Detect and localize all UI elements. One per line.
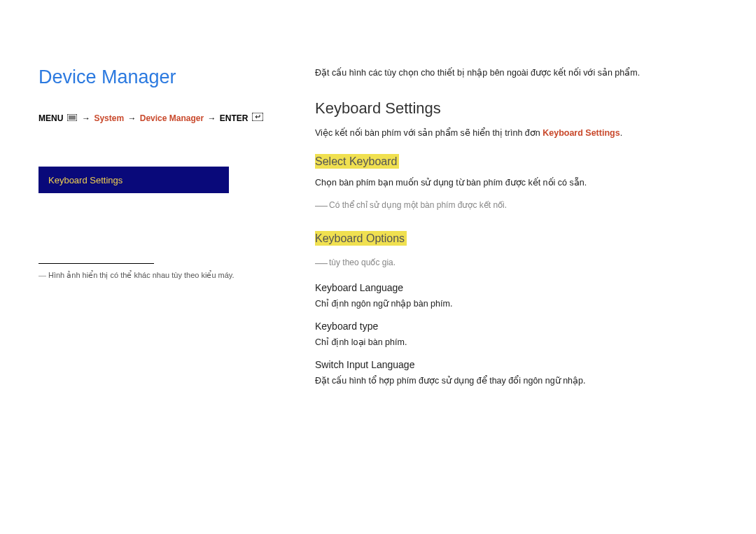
section-desc: Việc kết nối bàn phím với sản phẩm sẽ hi… bbox=[315, 126, 718, 140]
intro-text: Đặt cấu hình các tùy chọn cho thiết bị n… bbox=[315, 66, 718, 80]
heading-select-keyboard: Select Keyboard bbox=[315, 154, 399, 169]
footnote: ―Hình ảnh hiển thị có thể khác nhau tùy … bbox=[38, 269, 276, 281]
sub-keyboard-type: Keyboard type bbox=[315, 321, 718, 332]
arrow-icon: → bbox=[208, 113, 216, 123]
enter-icon bbox=[252, 113, 263, 125]
breadcrumb: MENU → System → Device Manager → ENTER bbox=[38, 113, 276, 125]
switch-input-language-desc: Đặt cấu hình tổ hợp phím được sử dụng để… bbox=[315, 374, 718, 388]
menu-icon bbox=[67, 113, 77, 125]
breadcrumb-enter: ENTER bbox=[220, 113, 248, 123]
sub-switch-input-language: Switch Input Language bbox=[315, 359, 718, 370]
keyboard-type-desc: Chỉ định loại bàn phím. bbox=[315, 336, 718, 349]
keyboard-language-desc: Chỉ định ngôn ngữ nhập bàn phím. bbox=[315, 297, 718, 311]
menu-box-keyboard-settings: Keyboard Settings bbox=[38, 167, 229, 193]
keyboard-options-note: ―tùy theo quốc gia. bbox=[315, 253, 718, 273]
arrow-icon: → bbox=[82, 113, 90, 123]
menu-box-label: Keyboard Settings bbox=[48, 175, 122, 185]
divider bbox=[38, 263, 154, 264]
select-keyboard-note: ―Có thể chỉ sử dụng một bàn phím được kế… bbox=[315, 195, 718, 216]
breadcrumb-device-manager: Device Manager bbox=[140, 113, 204, 123]
section-title-keyboard-settings: Keyboard Settings bbox=[315, 99, 718, 118]
breadcrumb-system: System bbox=[94, 113, 124, 123]
heading-keyboard-options: Keyboard Options bbox=[315, 231, 407, 246]
breadcrumb-menu: MENU bbox=[38, 113, 63, 123]
page-title: Device Manager bbox=[38, 66, 276, 88]
sub-keyboard-language: Keyboard Language bbox=[315, 282, 718, 293]
select-keyboard-desc: Chọn bàn phím bạn muốn sử dụng từ bàn ph… bbox=[315, 176, 718, 190]
arrow-icon: → bbox=[127, 113, 136, 123]
